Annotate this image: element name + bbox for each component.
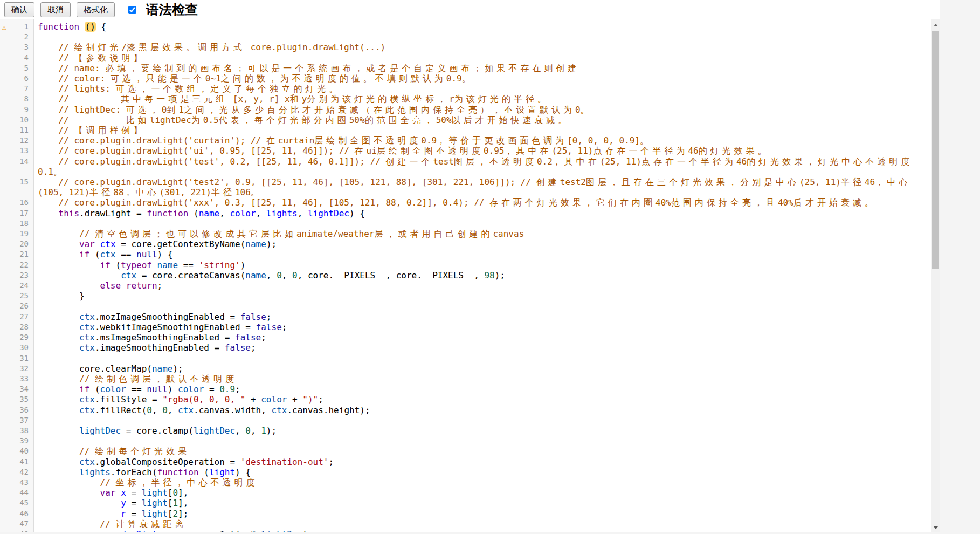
code-line[interactable]: 17 this.drawLight = function (name, colo… — [0, 208, 931, 218]
code-line[interactable]: 29 ctx.msImageSmoothingEnabled = false; — [0, 332, 931, 343]
code-line[interactable]: 3 // 绘制灯光/漆黑层效果。调用方式 core.plugin.drawLig… — [0, 42, 931, 52]
chevron-down-icon — [934, 526, 938, 531]
code-line[interactable]: 14 // core.plugin.drawLight('test', 0.2,… — [0, 156, 931, 177]
code-text: // core.plugin.drawLight('ui', 0.95, [[2… — [34, 146, 931, 156]
line-number: ⚠1 — [0, 22, 34, 32]
line-number: 24 — [0, 280, 34, 291]
code-line[interactable]: 8 // 其中每一项是三元组 [x, y, r] x和y分别为该灯光的横纵坐标，… — [0, 94, 931, 104]
line-number: 45 — [0, 498, 34, 508]
code-text: // 【调用样例】 — [34, 125, 931, 135]
vertical-scrollbar[interactable] — [931, 19, 940, 532]
code-text: // lights: 可选，一个数组，定义了每个独立的灯光。 — [34, 84, 931, 94]
code-line[interactable]: 28 ctx.webkitImageSmoothingEnabled = fal… — [0, 322, 931, 332]
line-number: 29 — [0, 332, 34, 343]
line-number: 6 — [0, 73, 34, 84]
line-number: 43 — [0, 477, 34, 488]
code-text: var decDistance = parseInt(r * lightDec)… — [34, 529, 931, 532]
code-line[interactable]: 45 y = light[1], — [0, 498, 931, 508]
code-text: // core.plugin.drawLight('test', 0.2, [[… — [34, 156, 931, 177]
scroll-down-button[interactable] — [931, 523, 940, 532]
code-line[interactable]: 38 lightDec = core.clamp(lightDec, 0, 1)… — [0, 426, 931, 436]
line-number: 12 — [0, 135, 34, 146]
code-line[interactable]: 24 else return; — [0, 280, 931, 291]
line-number: 46 — [0, 509, 34, 519]
code-text — [34, 32, 931, 42]
line-number: 2 — [0, 32, 34, 42]
code-line[interactable]: 47 // 计算衰减距离 — [0, 519, 931, 529]
code-line[interactable]: 41 ctx.globalCompositeOperation = 'desti… — [0, 457, 931, 467]
code-text: // 比如lightDec为0.5代表，每个灯光部分内圈50%的范围全亮，50%… — [34, 115, 931, 125]
line-number: 35 — [0, 394, 34, 405]
code-line[interactable]: 19 // 清空色调层；也可以修改成其它层比如animate/weather层，… — [0, 229, 931, 239]
code-text: // core.plugin.drawLight('xxx', 0.3, [[2… — [34, 197, 931, 208]
code-line[interactable]: 12 // core.plugin.drawLight('curtain'); … — [0, 135, 931, 146]
code-line[interactable]: 43 // 坐标，半径，中心不透明度 — [0, 477, 931, 488]
code-line[interactable]: ⚠1function () { — [0, 22, 931, 32]
line-number: 47 — [0, 519, 34, 529]
line-number: 42 — [0, 467, 34, 477]
line-number: 15 — [0, 177, 34, 197]
line-number: 33 — [0, 374, 34, 384]
scrollbar-thumb[interactable] — [932, 31, 939, 269]
code-text: // 计算衰减距离 — [34, 519, 931, 529]
code-line[interactable]: 10 // 比如lightDec为0.5代表，每个灯光部分内圈50%的范围全亮，… — [0, 115, 931, 125]
code-line[interactable]: 5 // name: 必填，要绘制到的画布名；可以是一个系统画布，或者是个自定义… — [0, 63, 931, 73]
code-line[interactable]: 44 var x = light[0], — [0, 488, 931, 498]
code-line[interactable]: 32 core.clearMap(name); — [0, 364, 931, 374]
code-lines: ⚠1function () {23 // 绘制灯光/漆黑层效果。调用方式 cor… — [0, 22, 931, 532]
code-line[interactable]: 7 // lights: 可选，一个数组，定义了每个独立的灯光。 — [0, 84, 931, 94]
code-line[interactable]: 40 // 绘制每个灯光效果 — [0, 446, 931, 456]
syntax-check-checkbox[interactable] — [128, 6, 136, 14]
code-line[interactable]: 22 if (typeof name == 'string') — [0, 260, 931, 270]
code-line[interactable]: 15 // core.plugin.drawLight('test2', 0.9… — [0, 177, 931, 197]
code-line[interactable]: 25 } — [0, 291, 931, 301]
line-number: 19 — [0, 229, 34, 239]
code-line[interactable]: 23 ctx = core.createCanvas(name, 0, 0, c… — [0, 270, 931, 280]
code-text — [34, 353, 931, 364]
code-text — [34, 436, 931, 446]
code-line[interactable]: 18 — [0, 218, 931, 229]
code-line[interactable]: 2 — [0, 32, 931, 42]
code-text: // 绘制灯光/漆黑层效果。调用方式 core.plugin.drawLight… — [34, 42, 931, 52]
code-line[interactable]: 4 // 【参数说明】 — [0, 53, 931, 63]
code-text: ctx = core.createCanvas(name, 0, 0, core… — [34, 270, 931, 280]
code-line[interactable]: 21 if (ctx == null) { — [0, 249, 931, 259]
code-line[interactable]: 27 ctx.mozImageSmoothingEnabled = false; — [0, 312, 931, 322]
line-number: 21 — [0, 249, 34, 259]
code-line[interactable]: 26 — [0, 301, 931, 311]
code-line[interactable]: 46 r = light[2]; — [0, 509, 931, 519]
code-line[interactable]: 33 // 绘制色调层，默认不透明度 — [0, 374, 931, 384]
cancel-button[interactable]: 取消 — [40, 2, 71, 17]
line-number: 44 — [0, 488, 34, 498]
code-line[interactable]: 37 — [0, 415, 931, 426]
line-number: 41 — [0, 457, 34, 467]
format-button[interactable]: 格式化 — [77, 2, 115, 17]
code-text: else return; — [34, 280, 931, 291]
code-line[interactable]: 36 ctx.fillRect(0, 0, ctx.canvas.width, … — [0, 405, 931, 415]
line-number: 25 — [0, 291, 34, 301]
code-line[interactable]: 42 lights.forEach(function (light) { — [0, 467, 931, 477]
line-number: 28 — [0, 322, 34, 332]
line-number: 18 — [0, 218, 34, 229]
code-line[interactable]: 30 ctx.imageSmoothingEnabled = false; — [0, 343, 931, 353]
code-line[interactable]: 31 — [0, 353, 931, 364]
code-line[interactable]: 34 if (color == null) color = 0.9; — [0, 384, 931, 394]
code-text: ctx.imageSmoothingEnabled = false; — [34, 343, 931, 353]
code-text — [34, 301, 931, 311]
scroll-up-button[interactable] — [931, 19, 940, 29]
line-number: 11 — [0, 125, 34, 135]
confirm-button[interactable]: 确认 — [4, 2, 34, 17]
code-line[interactable]: 16 // core.plugin.drawLight('xxx', 0.3, … — [0, 197, 931, 208]
code-line[interactable]: 6 // color: 可选，只能是一个0~1之间的数，为不透明度的值。不填则默… — [0, 73, 931, 84]
code-text: // lightDec: 可选，0到1之间，光从多少百分比才开始衰减（在此范围内… — [34, 105, 931, 115]
line-number: 16 — [0, 197, 34, 208]
code-editor[interactable]: ⚠1function () {23 // 绘制灯光/漆黑层效果。调用方式 cor… — [0, 19, 940, 532]
code-line[interactable]: 9 // lightDec: 可选，0到1之间，光从多少百分比才开始衰减（在此范… — [0, 105, 931, 115]
code-line[interactable]: 11 // 【调用样例】 — [0, 125, 931, 135]
code-line[interactable]: 39 — [0, 436, 931, 446]
code-line[interactable]: 13 // core.plugin.drawLight('ui', 0.95, … — [0, 146, 931, 156]
line-number: 14 — [0, 156, 34, 177]
code-line[interactable]: 48 var decDistance = parseInt(r * lightD… — [0, 529, 931, 532]
code-line[interactable]: 20 var ctx = core.getContextByName(name)… — [0, 239, 931, 249]
code-line[interactable]: 35 ctx.fillStyle = "rgba(0, 0, 0, " + co… — [0, 394, 931, 405]
